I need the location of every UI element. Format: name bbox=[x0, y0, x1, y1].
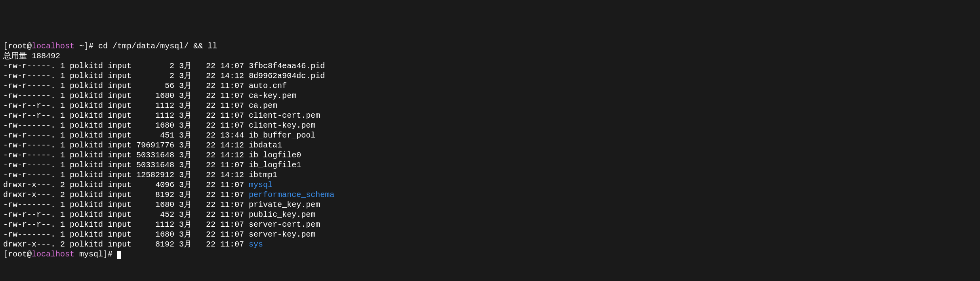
file-row: -rw-r-----. 1 polkitd input 2 3月 22 14:0… bbox=[3, 61, 325, 71]
file-row: -rw-r-----. 1 polkitd input 12582912 3月 … bbox=[3, 170, 277, 180]
file-name: 8d9962a904dc.pid bbox=[249, 71, 325, 80]
file-name: client-cert.pem bbox=[249, 111, 320, 120]
file-name: ib_buffer_pool bbox=[249, 131, 315, 140]
file-name: ib_logfile1 bbox=[249, 161, 301, 170]
file-row: -rw-r--r--. 1 polkitd input 1112 3月 22 1… bbox=[3, 111, 320, 120]
file-row: drwxr-x---. 2 polkitd input 8192 3月 22 1… bbox=[3, 190, 334, 199]
file-row: -rw-r-----. 1 polkitd input 50331648 3月 … bbox=[3, 151, 301, 160]
file-row: -rw-r-----. 1 polkitd input 79691776 3月 … bbox=[3, 141, 282, 150]
file-name: mysql bbox=[249, 180, 273, 189]
file-name: private_key.pem bbox=[249, 200, 320, 209]
file-row: drwxr-x---. 2 polkitd input 4096 3月 22 1… bbox=[3, 180, 273, 189]
file-name: client-key.pem bbox=[249, 121, 315, 130]
file-name: 3fbc8f4eaa46.pid bbox=[249, 61, 325, 71]
prompt-line-1: [root@localhost ~]# cd /tmp/data/mysql/ … bbox=[3, 42, 217, 51]
file-name: sys bbox=[249, 240, 263, 249]
prompt-line-2: [root@localhost mysql]# bbox=[3, 250, 121, 259]
total-line: 总用量 188492 bbox=[3, 52, 60, 61]
file-name: performance_schema bbox=[249, 190, 334, 199]
file-row: -rw-r-----. 1 polkitd input 2 3月 22 14:1… bbox=[3, 71, 325, 80]
file-name: ibtmp1 bbox=[249, 170, 277, 180]
file-name: ca-key.pem bbox=[249, 91, 296, 100]
file-row: -rw-------. 1 polkitd input 1680 3月 22 1… bbox=[3, 200, 320, 209]
file-row: -rw-------. 1 polkitd input 1680 3月 22 1… bbox=[3, 230, 315, 239]
file-row: -rw-------. 1 polkitd input 1680 3月 22 1… bbox=[3, 91, 296, 100]
file-name: ca.pem bbox=[249, 101, 277, 110]
terminal-output[interactable]: [root@localhost ~]# cd /tmp/data/mysql/ … bbox=[3, 41, 977, 259]
file-row: -rw-r-----. 1 polkitd input 50331648 3月 … bbox=[3, 161, 301, 170]
file-name: ib_logfile0 bbox=[249, 151, 301, 160]
file-name: server-key.pem bbox=[249, 230, 315, 239]
file-row: -rw-r-----. 1 polkitd input 451 3月 22 13… bbox=[3, 131, 315, 140]
file-row: -rw-------. 1 polkitd input 1680 3月 22 1… bbox=[3, 121, 315, 130]
file-name: public_key.pem bbox=[249, 210, 315, 219]
file-name: server-cert.pem bbox=[249, 220, 320, 229]
file-row: -rw-r-----. 1 polkitd input 56 3月 22 11:… bbox=[3, 81, 287, 90]
cursor bbox=[117, 251, 121, 259]
file-row: drwxr-x---. 2 polkitd input 8192 3月 22 1… bbox=[3, 240, 263, 249]
file-name: ibdata1 bbox=[249, 141, 282, 150]
file-row: -rw-r--r--. 1 polkitd input 1112 3月 22 1… bbox=[3, 101, 277, 110]
command-text: cd /tmp/data/mysql/ && ll bbox=[98, 42, 217, 51]
file-row: -rw-r--r--. 1 polkitd input 452 3月 22 11… bbox=[3, 210, 315, 219]
file-name: auto.cnf bbox=[249, 81, 287, 90]
file-row: -rw-r--r--. 1 polkitd input 1112 3月 22 1… bbox=[3, 220, 320, 229]
